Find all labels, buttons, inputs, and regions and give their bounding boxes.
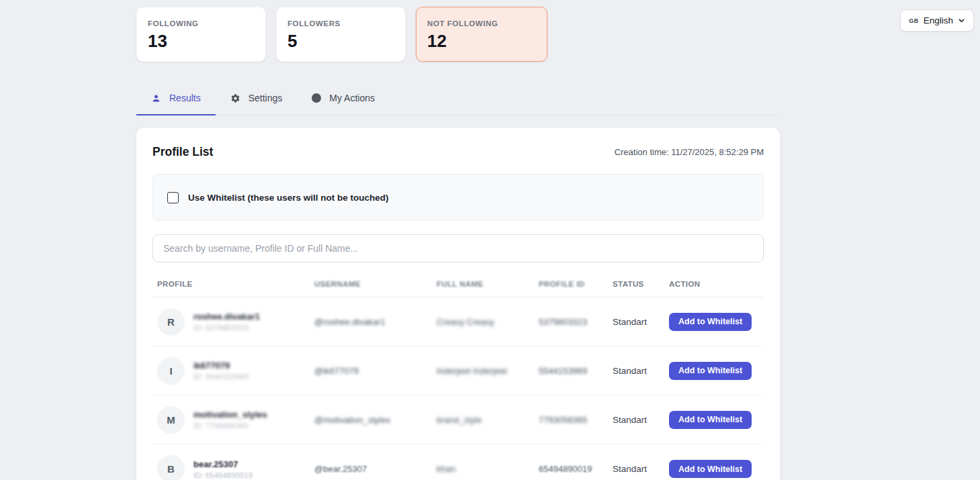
tab-label: My Actions [329, 93, 375, 103]
avatar: I [157, 357, 185, 385]
col-header-username: USERNAME [314, 280, 437, 288]
profile-name: motivation_styles [193, 410, 267, 420]
col-header-profile: PROFILE [157, 280, 314, 288]
use-whitelist-checkbox[interactable] [167, 192, 179, 203]
profile-name: roshee.divakar1 [193, 311, 260, 322]
profile-list-panel: Profile List Creation time: 11/27/2025, … [136, 128, 780, 480]
stat-card-followers[interactable]: FOLLOWERS 5 [276, 7, 406, 62]
full-name-cell: Inderjeet Inderjeet [437, 366, 539, 376]
stat-label: NOT FOLLOWING [427, 19, 536, 28]
stat-card-not-following[interactable]: NOT FOLLOWING 12 [416, 7, 547, 62]
table-row: R roshee.divakar1 ID: 5379803323 @roshee… [152, 297, 764, 346]
stat-value: 5 [287, 31, 394, 52]
gear-icon [230, 93, 240, 103]
profile-name: bear.25307 [193, 459, 253, 469]
username-cell: @roshee.divakar1 [314, 317, 437, 327]
whitelist-label: Use Whitelist (these users will not be t… [188, 193, 389, 203]
status-cell: Standart [613, 366, 669, 376]
search-input[interactable] [152, 234, 764, 262]
col-header-full-name: FULL NAME [437, 280, 539, 288]
tab-label: Results [169, 93, 201, 103]
person-icon [151, 93, 161, 103]
chevron-down-icon [958, 17, 965, 24]
add-to-whitelist-button[interactable]: Add to Whitelist [669, 411, 752, 429]
stat-label: FOLLOWING [148, 19, 255, 28]
col-header-action: ACTION [669, 280, 764, 288]
avatar: R [157, 308, 185, 336]
page-title: Profile List [152, 145, 213, 159]
profile-id-cell: 7793056365 [539, 415, 613, 425]
profile-name: ik677079 [193, 361, 249, 371]
profile-id-cell: 5544153969 [539, 366, 613, 376]
stat-card-following[interactable]: FOLLOWING 13 [136, 7, 266, 62]
profile-id-cell: 5379803323 [539, 317, 613, 327]
gb-flag-icon: GB [909, 17, 919, 24]
whitelist-box: Use Whitelist (these users will not be t… [152, 174, 764, 221]
full-name-cell: Creasy Creasy [437, 317, 539, 327]
table-row: M motivation_styles ID: 7793056365 @moti… [152, 395, 764, 444]
profile-id-sub: ID: 5379803323 [193, 324, 260, 332]
status-cell: Standart [613, 415, 669, 425]
tab-label: Settings [249, 93, 283, 103]
status-cell: Standart [613, 464, 669, 474]
full-name-cell: brand_style [437, 415, 539, 425]
username-cell: @bear.25307 [314, 464, 437, 474]
col-header-status: STATUS [613, 280, 669, 288]
avatar: B [157, 455, 185, 480]
profile-id-sub: ID: 7793056365 [193, 422, 267, 430]
panel-header: Profile List Creation time: 11/27/2025, … [152, 145, 764, 159]
creation-time: Creation time: 11/27/2025, 8:52:29 PM [615, 147, 764, 157]
avatar: M [157, 406, 185, 434]
col-header-profile-id: PROFILE ID [539, 280, 613, 288]
add-to-whitelist-button[interactable]: Add to Whitelist [669, 362, 752, 380]
table-header-row: PROFILE USERNAME FULL NAME PROFILE ID ST… [152, 277, 764, 297]
username-cell: @motivation_styles [314, 415, 437, 425]
tab-my-actions[interactable]: My Actions [297, 86, 390, 115]
status-cell: Standart [613, 317, 669, 327]
profile-table: PROFILE USERNAME FULL NAME PROFILE ID ST… [152, 277, 764, 480]
profile-id-sub: ID: 65494890019 [193, 471, 253, 479]
language-select[interactable]: GB English [900, 9, 974, 32]
table-row: B bear.25307 ID: 65494890019 @bear.25307… [152, 444, 764, 480]
full-name-cell: khan [437, 464, 539, 474]
username-cell: @ik677079 [314, 366, 437, 376]
language-label: English [924, 15, 953, 26]
profile-id-cell: 65494890019 [539, 464, 613, 474]
stats-row: FOLLOWING 13 FOLLOWERS 5 NOT FOLLOWING 1… [136, 7, 547, 62]
stat-label: FOLLOWERS [287, 19, 394, 28]
tab-results[interactable]: Results [136, 86, 216, 115]
add-to-whitelist-button[interactable]: Add to Whitelist [669, 313, 752, 331]
profile-id-sub: ID: 5544153969 [193, 373, 249, 381]
stat-value: 12 [427, 31, 536, 52]
add-to-whitelist-button[interactable]: Add to Whitelist [669, 460, 752, 478]
stat-value: 13 [148, 31, 255, 52]
tab-bar: Results Settings My Actions [136, 86, 780, 115]
tab-settings[interactable]: Settings [216, 86, 298, 115]
table-row: I ik677079 ID: 5544153969 @ik677079 Inde… [152, 346, 764, 395]
circle-icon [312, 93, 321, 103]
